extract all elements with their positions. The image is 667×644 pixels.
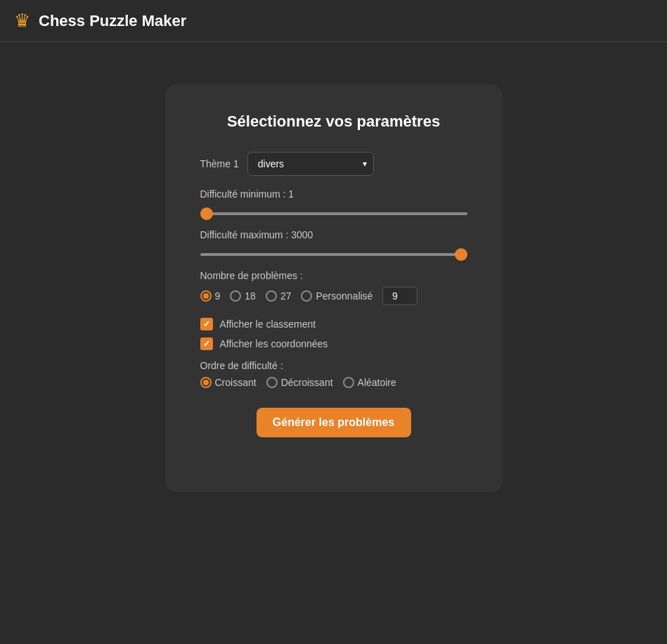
radio-custom[interactable] [301, 290, 312, 302]
radio-label-27[interactable]: 27 [266, 290, 292, 302]
show-ranking-label[interactable]: Afficher le classement [200, 318, 467, 330]
radio-decroissant-text: Décroissant [281, 377, 333, 388]
min-difficulty-label: Difficulté minimum : 1 [200, 188, 467, 200]
theme-select-wrapper: divers ouverture milieu de jeu finale ma… [247, 152, 374, 176]
theme-row: Thème 1 divers ouverture milieu de jeu f… [200, 152, 467, 176]
radio-27-text: 27 [280, 290, 292, 302]
show-ranking-checkbox[interactable] [200, 318, 213, 330]
order-radio-group: Croissant Décroissant Aléatoire [200, 377, 467, 388]
problems-section: Nombre de problèmes : 9 18 27 Personnali… [200, 270, 467, 305]
radio-croissant-text: Croissant [215, 377, 257, 388]
show-ranking-text: Afficher le classement [220, 318, 316, 330]
app-title: Chess Puzzle Maker [39, 12, 186, 30]
show-coords-label[interactable]: Afficher les coordonnées [200, 337, 467, 350]
theme-select[interactable]: divers ouverture milieu de jeu finale ma… [247, 152, 374, 176]
min-difficulty-container: Difficulté minimum : 1 [200, 188, 467, 218]
radio-label-9[interactable]: 9 [200, 290, 221, 302]
max-difficulty-slider[interactable] [200, 253, 467, 256]
order-label: Ordre de difficulté : [200, 360, 467, 371]
radio-croissant[interactable] [200, 377, 212, 388]
radio-label-18[interactable]: 18 [230, 290, 256, 302]
radio-9-text: 9 [215, 290, 221, 302]
max-difficulty-label: Difficulté maximum : 3000 [200, 229, 467, 240]
show-coords-checkbox[interactable] [200, 337, 213, 350]
radio-label-decroissant[interactable]: Décroissant [266, 377, 333, 388]
radio-aleatoire-text: Aléatoire [358, 377, 396, 388]
order-section: Ordre de difficulté : Croissant Décroiss… [200, 360, 467, 388]
main-content: Sélectionnez vos paramètres Thème 1 dive… [0, 42, 667, 534]
radio-aleatoire[interactable] [343, 377, 354, 388]
radio-9[interactable] [200, 290, 212, 302]
radio-decroissant[interactable] [266, 377, 278, 388]
show-coords-text: Afficher les coordonnées [220, 338, 328, 349]
radio-18-text: 18 [245, 290, 256, 302]
min-difficulty-slider[interactable] [200, 212, 467, 215]
problems-label: Nombre de problèmes : [200, 270, 467, 281]
theme-label: Thème 1 [200, 158, 239, 169]
max-difficulty-container: Difficulté maximum : 3000 [200, 229, 467, 259]
checkbox-group: Afficher le classement Afficher les coor… [200, 318, 467, 350]
radio-label-custom[interactable]: Personnalisé [301, 290, 373, 302]
app-header: ♛ Chess Puzzle Maker [0, 0, 667, 42]
card-title: Sélectionnez vos paramètres [200, 112, 467, 131]
crown-icon: ♛ [14, 10, 30, 32]
radio-18[interactable] [230, 290, 241, 302]
radio-27[interactable] [266, 290, 277, 302]
settings-card: Sélectionnez vos paramètres Thème 1 dive… [165, 84, 503, 492]
custom-problems-input[interactable] [382, 287, 417, 305]
problems-radio-group: 9 18 27 Personnalisé [200, 287, 467, 305]
generate-button[interactable]: Générer les problèmes [257, 408, 411, 437]
radio-custom-text: Personnalisé [316, 290, 373, 302]
radio-label-croissant[interactable]: Croissant [200, 377, 257, 388]
radio-label-aleatoire[interactable]: Aléatoire [343, 377, 396, 388]
